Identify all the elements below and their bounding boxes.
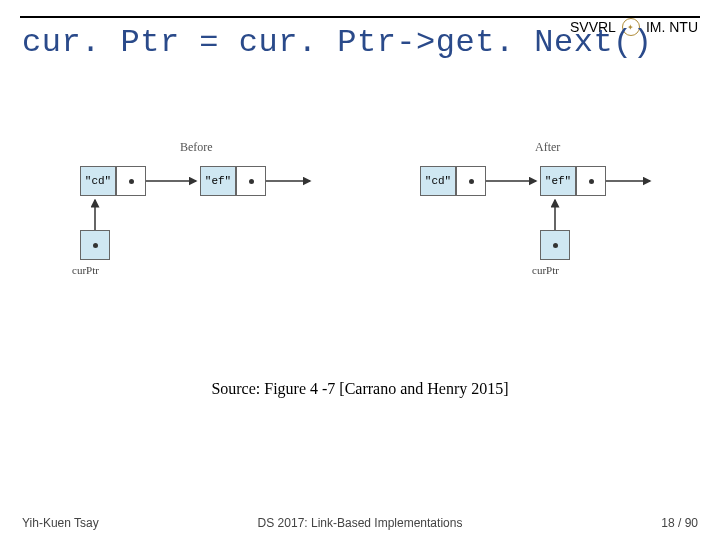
after-label: After xyxy=(535,140,560,155)
footer: Yih-Kuen Tsay DS 2017: Link-Based Implem… xyxy=(22,516,698,530)
after-arrows xyxy=(410,160,710,290)
footer-course: DS 2017: Link-Based Implementations xyxy=(22,516,698,530)
org-right-label: IM. NTU xyxy=(646,19,698,35)
diagram-area: Before "cd" "ef" curPtr After xyxy=(0,160,720,310)
footer-page: 18 / 90 xyxy=(661,516,698,530)
before-arrows xyxy=(70,160,370,290)
slide-title: cur. Ptr = cur. Ptr->get. Next() xyxy=(22,24,653,61)
before-label: Before xyxy=(180,140,213,155)
source-citation: Source: Figure 4 -7 [Carrano and Henry 2… xyxy=(0,380,720,398)
